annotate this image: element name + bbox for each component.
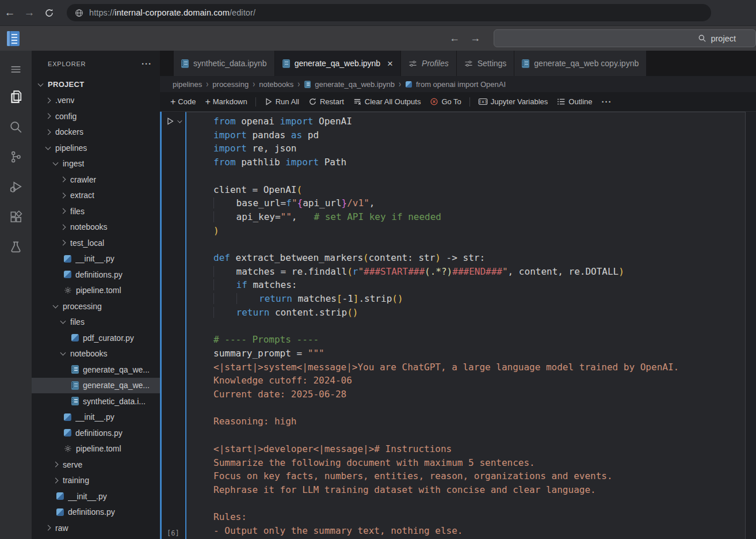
tree-item-label: config [55, 112, 77, 121]
tree-item-definitions-py[interactable]: definitions.py [32, 504, 160, 521]
tree-item-label: __init__.py [75, 412, 114, 422]
chevron-right-icon [60, 192, 66, 198]
tree-item-training[interactable]: training [32, 473, 160, 489]
tree-item-label: pipeline.toml [76, 286, 121, 295]
tree-item-generate-qa-we-[interactable]: generate_qa_we... [32, 378, 160, 394]
tree-item-serve[interactable]: serve [32, 457, 160, 473]
breadcrumb-item[interactable]: from openai import OpenAI [405, 80, 506, 89]
tree-item-raw[interactable]: raw [32, 520, 160, 536]
tree-item-label: pdf_curator.py [83, 333, 134, 343]
address-bar[interactable]: https://internal-corporate.domain.com/ed… [67, 4, 711, 21]
breadcrumb-item[interactable]: notebooks [259, 80, 293, 89]
outline-button[interactable]: Outline [557, 97, 592, 106]
menu-icon[interactable] [0, 56, 32, 82]
tree-item-label: pipeline.toml [76, 444, 121, 453]
tree-item-files[interactable]: files [32, 314, 160, 331]
extensions-icon[interactable] [0, 202, 32, 231]
variables-icon: (x) [478, 97, 488, 107]
cell-gutter: [6] [162, 112, 185, 539]
history-forward-icon[interactable]: → [470, 32, 480, 44]
tree-item-processing[interactable]: processing [32, 298, 160, 314]
breadcrumb-item[interactable]: processing [212, 80, 249, 89]
breadcrumb-item[interactable]: pipelines [173, 80, 202, 89]
chevron-right-icon [60, 177, 66, 183]
sliders-icon [464, 59, 473, 68]
tab-generate-qa-web-ipynb[interactable]: generate_qa_web.ipynb× [275, 51, 401, 76]
tree-item-pipeline-toml[interactable]: pipeline.toml [32, 441, 160, 457]
breadcrumb-item[interactable]: generate_qa_web.ipynb [304, 80, 395, 89]
browser-forward-icon[interactable]: → [20, 6, 39, 19]
python-icon [406, 81, 412, 87]
tree-item-project[interactable]: PROJECT [32, 77, 160, 93]
tree-item-notebooks[interactable]: notebooks [32, 219, 160, 236]
tree-item-crawler[interactable]: crawler [32, 172, 160, 188]
tree-item-generate-qa-we-[interactable]: generate_qa_we... [32, 362, 160, 378]
clear-all-outputs-button[interactable]: Clear All Outputs [353, 97, 421, 106]
tab-label: Settings [478, 59, 507, 68]
tree-item-label: files [70, 317, 85, 327]
tree-item-test-local[interactable]: test_local [32, 235, 160, 251]
search-input[interactable]: project [494, 29, 756, 47]
explorer-icon[interactable] [0, 82, 32, 112]
tree-item--init-py[interactable]: __init__.py [32, 488, 160, 504]
run-all-button[interactable]: Run All [264, 97, 299, 106]
run-cell-button[interactable] [166, 117, 181, 126]
search-icon [698, 34, 707, 43]
tree-item-synthetic-data-i-[interactable]: synthetic_data.i... [32, 393, 160, 409]
run-debug-icon[interactable] [0, 172, 32, 202]
tree-item-pipelines[interactable]: pipelines [32, 140, 160, 156]
tree-item-config[interactable]: config [32, 108, 160, 124]
tree-item-definitions-py[interactable]: definitions.py [32, 425, 160, 441]
run-all-icon [264, 97, 273, 106]
tree-item--venv[interactable]: .venv [32, 93, 160, 109]
tab-synthetic-data-ipynb[interactable]: synthetic_data.ipynb [174, 51, 275, 76]
more-actions-button[interactable]: ··· [602, 97, 612, 107]
breadcrumb-label: notebooks [259, 80, 293, 89]
tree-item-extract[interactable]: extract [32, 188, 160, 204]
code-content[interactable]: from openai import OpenAI import pandas … [186, 112, 745, 539]
editor-titlebar: ← → project [0, 25, 756, 51]
toolbar-button-label: Outline [568, 97, 592, 106]
python-icon [56, 508, 64, 516]
tree-item-files[interactable]: files [32, 203, 160, 219]
search-icon[interactable] [0, 112, 32, 142]
markdown-button[interactable]: +Markdown [205, 97, 247, 107]
code-button[interactable]: +Code [170, 97, 196, 107]
cell-code-editor[interactable]: from openai import OpenAI import pandas … [185, 112, 746, 539]
tree-item-notebooks[interactable]: notebooks [32, 346, 160, 362]
tab-profiles[interactable]: Profiles [401, 51, 457, 76]
tree-item-pdf-curator-py[interactable]: pdf_curator.py [32, 330, 160, 346]
browser-back-icon[interactable]: ← [0, 6, 20, 19]
tree-item-label: PROJECT [48, 80, 85, 89]
tree-item--init-py[interactable]: __init__.py [32, 409, 160, 426]
tab-bar: synthetic_data.ipynbgenerate_qa_web.ipyn… [160, 51, 756, 76]
site-info-icon[interactable] [75, 9, 83, 17]
history-back-icon[interactable]: ← [449, 32, 460, 44]
go-to-button[interactable]: Go To [430, 97, 461, 106]
chevron-right-icon [45, 97, 51, 103]
chevron-right-icon [60, 208, 66, 214]
tree-item-ingest[interactable]: ingest [32, 156, 160, 172]
outline-icon [557, 97, 566, 106]
toolbar-button-label: Markdown [213, 97, 247, 106]
close-icon[interactable]: × [387, 59, 393, 69]
testing-icon[interactable] [0, 231, 32, 261]
tree-item--init-py[interactable]: __init__.py [32, 251, 160, 267]
chevron-down-icon [60, 350, 66, 356]
python-icon [64, 271, 71, 278]
tree-item-label: crawler [70, 175, 96, 184]
tab-settings[interactable]: Settings [457, 51, 515, 76]
restart-button[interactable]: Restart [308, 97, 344, 106]
chevron-down-icon [60, 318, 66, 324]
tree-item-dockers[interactable]: dockers [32, 124, 160, 141]
tree-item-label: generate_qa_we... [83, 381, 150, 390]
jupyter-variables-button[interactable]: (x)Jupyter Variables [478, 97, 548, 107]
notebook-icon [181, 59, 189, 68]
tab-generate-qa-web-copy-ipynb[interactable]: generate_qa_web copy.ipynb [514, 51, 647, 76]
toolbar-button-label: Go To [441, 97, 461, 106]
explorer-more-icon[interactable]: ··· [142, 59, 152, 69]
tree-item-pipeline-toml[interactable]: pipeline.toml [32, 283, 160, 299]
tree-item-definitions-py[interactable]: definitions.py [32, 267, 160, 283]
source-control-icon[interactable] [0, 142, 32, 172]
browser-refresh-icon[interactable] [39, 8, 59, 18]
